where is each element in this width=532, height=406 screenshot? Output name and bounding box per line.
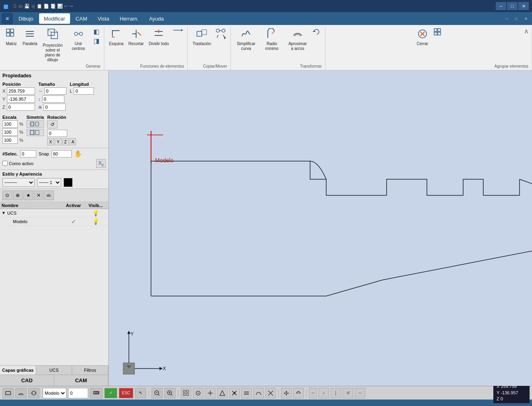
layers-tool-2[interactable]: ⊕ [13,191,23,200]
layers-tool-1[interactable]: ⊙ [2,191,12,200]
ribbon-agrupar-small[interactable] [432,27,443,36]
como-activo-checkbox[interactable] [2,161,8,166]
snap-extra-2[interactable] [293,388,304,398]
ribbon-btn-dividir[interactable]: Dividir todo [147,27,170,47]
ribbon-btn-recortar[interactable]: Recortar [127,27,145,47]
x-input[interactable] [7,87,35,95]
status-btn-rect[interactable] [2,388,14,398]
menu-close[interactable]: ✕ [522,15,530,22]
line-style-select[interactable]: ──── - - - · · · [2,178,35,187]
menu-cam[interactable]: CAM [71,13,92,24]
close-button[interactable]: ✕ [518,2,529,10]
rotation-input[interactable] [47,130,67,137]
layers-tool-3[interactable]: ★ [23,191,33,200]
hamburger-menu[interactable]: ≡ [2,13,13,24]
ribbon-transformar-small[interactable] [311,27,322,36]
status-btn-circle[interactable] [28,388,39,398]
ribbon-collapse-button[interactable]: ∧ [522,27,530,36]
snap-curve-btn[interactable] [253,388,264,398]
ribbon-btn-traslacion[interactable]: Traslación [191,27,213,47]
canvas-area[interactable]: Modelo [109,70,532,386]
menu-dibujo[interactable]: Dibujo [14,13,38,24]
como-activo-check[interactable]: Como activo [2,161,33,166]
menu-vista[interactable]: Vista [93,13,114,24]
ribbon-btn-cerrar[interactable]: Cerrar [414,27,431,47]
menu-herram[interactable]: Herram. [115,13,143,24]
scale-x-input[interactable] [2,120,18,128]
cad-button[interactable]: CAD [0,375,54,386]
scale-y-input[interactable] [2,128,18,136]
sym-h-button[interactable] [27,120,44,128]
ucs-expand[interactable]: ▼ [2,211,6,215]
zoom-out-btn[interactable] [151,388,163,398]
snap-triangle-btn[interactable] [217,388,228,398]
axis-z-button[interactable]: Z [62,138,69,145]
ribbon-btn-line-small[interactable] [172,27,184,33]
snap-plus-btn[interactable] [205,388,215,398]
tab-capas-graficas[interactable]: Capas gráficas [0,366,36,375]
ribbon-btn-small-1[interactable]: ◧ [92,27,101,36]
line-width-select[interactable]: ─── 1 ─── 2 ─── 3 [37,178,61,187]
menu-modificar[interactable]: Modificar [39,13,70,24]
model-dropdown[interactable]: Modelo [43,388,66,398]
ribbon-btn-aproximar[interactable]: Aproximar a arcos [286,27,310,52]
snap-extra-7[interactable]: ─ [355,388,365,398]
menu-minimize[interactable]: ─ [502,15,511,22]
esc-btn[interactable]: ESC [119,388,133,398]
menu-ayuda[interactable]: Ayuda [144,13,169,24]
rotation-reset-button[interactable]: ↺ [47,120,58,128]
snap-lines-btn[interactable] [241,388,252,398]
axis-a-button[interactable]: A [70,138,77,145]
status-btn-arc[interactable] [15,388,27,398]
ribbon-btn-small-2[interactable]: ◨ [92,37,101,45]
tab-filtros[interactable]: Filtros [72,366,108,375]
cursor-btn[interactable]: ↖ [135,388,146,398]
snap-dot-btn[interactable] [229,388,240,398]
ucs-visible[interactable]: 💡 [85,210,107,216]
ribbon-copiar-small-2[interactable] [214,35,227,41]
tab-ucs[interactable]: UCS [36,366,72,375]
axis-y-button[interactable]: Y [55,138,62,145]
svg-text:X: X [163,366,166,371]
minimize-button[interactable]: ─ [496,2,506,10]
ribbon-agrupar-items: Cerrar [414,27,443,63]
modelo-visible[interactable]: 💡 [85,218,107,225]
snap-intersect-btn[interactable] [265,388,276,398]
axis-x-button[interactable]: X [47,138,54,145]
layers-tool-5[interactable]: ab. [44,191,54,200]
snap-extra-6[interactable]: ↺ [343,388,353,398]
ribbon-btn-esquina[interactable]: Esquina [108,27,125,47]
zoom-in-btn[interactable] [164,388,176,398]
snap-circle-btn[interactable] [193,388,203,398]
coord-input[interactable] [68,388,88,398]
ribbon-btn-paralela[interactable]: Paralela [21,27,39,47]
ribbon-btn-radio[interactable]: Radio mínimo [260,27,284,52]
size-d-input[interactable] [43,104,66,111]
ribbon-btn-simplificar[interactable]: Simplificar curva [234,27,258,52]
snap-grid-btn[interactable] [181,388,191,398]
sym-v-button[interactable] [27,129,44,136]
size-w-input[interactable] [44,87,66,95]
selec-input[interactable] [20,150,36,157]
maximize-button[interactable]: □ [507,2,518,10]
l-input[interactable] [74,87,94,95]
scale-z-input[interactable] [2,137,18,144]
layers-tool-4[interactable]: ✕ [34,191,43,200]
ribbon-btn-unir[interactable]: Unir centros [66,27,91,52]
keyboard-btn[interactable]: ⌨ [90,388,103,398]
ribbon-btn-proyeccion[interactable]: Proyección sobre el plano de dibujo [41,27,65,63]
snap-input[interactable] [52,150,72,157]
size-h-input[interactable] [42,95,64,103]
z-input[interactable] [7,104,35,111]
snap-extra-1[interactable] [281,388,292,398]
ribbon-copiar-small-1[interactable] [214,27,227,34]
cam-button[interactable]: CAM [54,375,109,386]
menu-restore[interactable]: □ [512,15,521,22]
snap-extra-4[interactable]: ↕ [319,388,329,398]
snap-extra-5[interactable]: │ [331,388,341,398]
y-input[interactable] [7,95,35,103]
ok-btn[interactable]: ✓ [104,388,117,398]
ribbon-btn-matriz[interactable]: Matriz [3,27,19,47]
color-picker[interactable] [64,178,72,187]
snap-extra-3[interactable]: ─ [309,388,317,398]
